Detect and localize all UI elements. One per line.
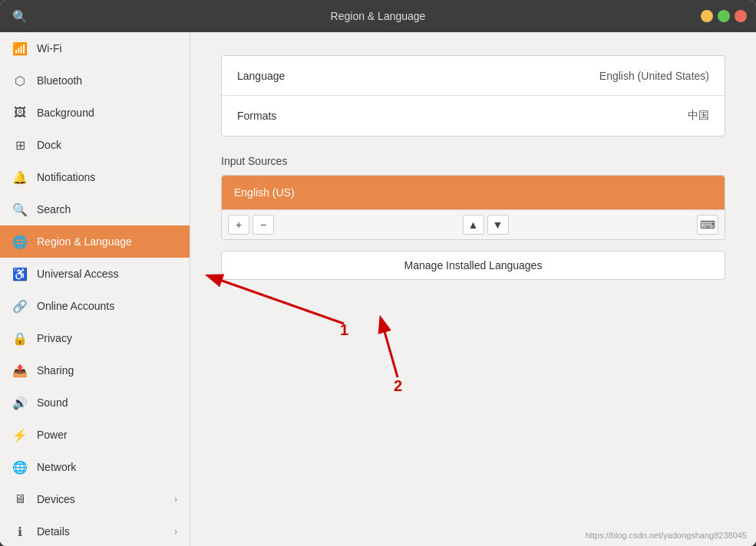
sidebar-item-label: Region & Language [37,235,132,248]
move-down-button[interactable]: ▼ [487,215,509,235]
sidebar-item-background[interactable]: 🖼 Background [0,97,190,129]
sidebar-item-label: Details [37,525,70,538]
sidebar-item-label: Dock [37,139,61,151]
chevron-right-icon: › [174,494,177,505]
sidebar-item-label: Bluetooth [37,74,82,87]
chevron-right-icon-details: › [174,526,177,537]
input-source-english-us[interactable]: English (US) [222,176,725,209]
power-icon: ⚡ [12,428,28,442]
network-icon: 🌐 [12,460,28,475]
remove-input-source-button[interactable]: − [253,215,274,235]
sidebar-item-label: Universal Access [37,268,119,280]
svg-text:2: 2 [394,377,402,394]
sidebar-item-privacy[interactable]: 🔒 Privacy [0,322,190,354]
sidebar-item-details[interactable]: ℹ Details › [0,515,190,546]
language-row[interactable]: Language English (United States) [222,56,725,96]
formats-row[interactable]: Formats 中国 [222,96,725,136]
sidebar-item-label: Notifications [37,171,95,183]
formats-value: 中国 [688,109,709,123]
close-button[interactable] [735,10,747,22]
sidebar-item-devices[interactable]: 🖥 Devices › [0,483,190,515]
privacy-icon: 🔒 [12,331,28,346]
dock-icon: ⊞ [12,138,28,153]
sidebar-item-label: Background [37,107,94,119]
region-icon: 🌐 [12,235,28,249]
search-button[interactable]: 🔍 [9,6,31,27]
wifi-icon: 📶 [12,41,28,56]
input-sources-title: Input Sources [221,155,725,167]
sidebar-item-label: Search [37,203,71,215]
manage-languages-button[interactable]: Manage Installed Languages [221,251,725,280]
sidebar-item-universal-access[interactable]: ♿ Universal Access [0,258,190,290]
sidebar-item-search[interactable]: 🔍 Search [0,193,190,225]
sidebar-item-online-accounts[interactable]: 🔗 Online Accounts [0,290,190,322]
search-icon: 🔍 [12,202,28,217]
language-panel: Language English (United States) Formats… [221,55,725,136]
window-title: Region & Language [331,10,426,22]
sidebar-item-label: Power [37,429,68,441]
language-label: Language [237,70,599,82]
sidebar-item-network[interactable]: 🌐 Network [0,451,190,483]
svg-line-4 [382,324,398,377]
sidebar-item-dock[interactable]: ⊞ Dock [0,129,190,161]
online-accounts-icon: 🔗 [12,299,28,314]
sidebar-item-label: Network [37,461,76,473]
move-up-button[interactable]: ▲ [463,215,484,235]
sidebar-item-label: Online Accounts [37,300,114,312]
window-controls [701,10,747,22]
language-value: English (United States) [599,70,709,82]
settings-window: 🔍 Region & Language 📶 Wi-Fi ⬡ Bluetooth … [0,0,756,546]
sidebar-item-sharing[interactable]: 📤 Sharing [0,354,190,386]
devices-icon: 🖥 [12,492,28,506]
sidebar-item-label: Sound [37,396,68,409]
sidebar-item-notifications[interactable]: 🔔 Notifications [0,161,190,193]
add-input-source-button[interactable]: + [228,215,249,235]
sidebar-item-label: Wi-Fi [37,42,62,54]
sharing-icon: 📤 [12,363,28,378]
sidebar-item-label: Privacy [37,332,72,344]
sidebar-item-region-language[interactable]: 🌐 Region & Language [0,225,190,258]
sidebar-item-label: Devices [37,493,75,505]
sidebar-item-power[interactable]: ⚡ Power [0,419,190,451]
input-sources-container: English (US) + − ▲ ▼ ⌨ [221,175,725,240]
keyboard-preview-button[interactable]: ⌨ [697,215,718,235]
universal-access-icon: ♿ [12,267,28,281]
main-content: Language English (United States) Formats… [190,32,756,546]
svg-text:1: 1 [340,321,348,338]
input-sources-section: Input Sources English (US) + − ▲ ▼ ⌨ Man… [221,155,725,280]
sidebar-item-bluetooth[interactable]: ⬡ Bluetooth [0,64,190,97]
sidebar-item-label: Sharing [37,364,74,377]
details-icon: ℹ [12,525,28,539]
minimize-button[interactable] [701,10,713,22]
maximize-button[interactable] [718,10,730,22]
sidebar-item-wifi[interactable]: 📶 Wi-Fi [0,32,190,64]
content-area: 📶 Wi-Fi ⬡ Bluetooth 🖼 Background ⊞ Dock … [0,32,756,546]
sidebar: 📶 Wi-Fi ⬡ Bluetooth 🖼 Background ⊞ Dock … [0,32,190,546]
sidebar-item-sound[interactable]: 🔊 Sound [0,386,190,419]
svg-line-2 [213,278,344,324]
background-icon: 🖼 [12,106,28,120]
bluetooth-icon: ⬡ [12,74,28,88]
sound-icon: 🔊 [12,396,28,410]
titlebar: 🔍 Region & Language [0,0,756,32]
watermark: https://blog.csdn.net/yadongshang8238045 [586,531,747,540]
formats-label: Formats [237,110,688,122]
input-source-toolbar: + − ▲ ▼ ⌨ [222,209,725,239]
notifications-icon: 🔔 [12,170,28,185]
